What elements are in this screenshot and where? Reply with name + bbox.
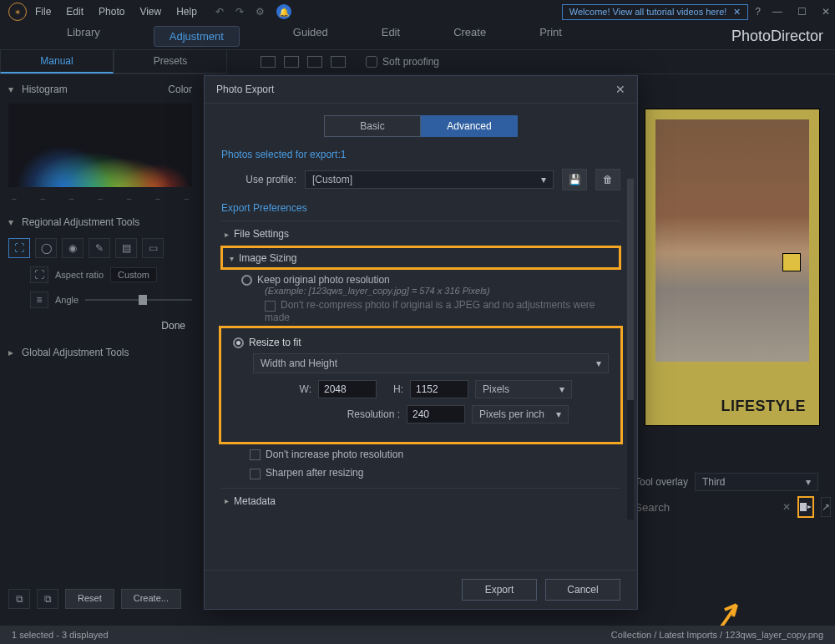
view-single-icon[interactable] [261,56,276,68]
regional-tools-header[interactable]: Regional Adjustment Tools [8,213,192,231]
toolbar-icons: ↶ ↷ ⚙ 🔔 [215,4,291,19]
chevron-down-icon: ▾ [541,174,546,185]
regional-tool-row: ⛶ ◯ ◉ ✎ ▤ ▭ [8,238,192,258]
module-print[interactable]: Print [539,26,562,47]
module-adjustment[interactable]: Adjustment [154,26,240,47]
color-picker-label[interactable]: Color [168,84,192,95]
gear-icon[interactable]: ⚙ [256,6,265,18]
spot-tool-icon[interactable]: ◯ [35,238,57,258]
profile-select[interactable]: [Custom]▾ [305,170,554,189]
tool-overlay-select[interactable]: Third▾ [695,473,818,491]
reset-button[interactable]: Reset [65,589,114,609]
view-grid-icon[interactable] [307,56,322,68]
welcome-text: Welcome! View all tutorial videos here! [569,7,727,17]
copy-settings-icon[interactable]: ⧉ [8,589,30,609]
module-edit[interactable]: Edit [382,26,400,47]
keep-original-radio[interactable]: Keep original photo resolution [241,274,615,286]
menu-file[interactable]: File [35,6,51,18]
use-profile-label: Use profile: [221,174,296,185]
aspect-lock-icon[interactable]: ⛶ [30,266,48,283]
example-text: (Example: [123qws_layer_copy.jpg] = 574 … [265,286,615,296]
metadata-section[interactable]: ▸Metadata [221,488,620,514]
dialog-scrollbar[interactable] [627,179,634,520]
clear-search-icon[interactable]: ✕ [782,501,791,513]
histogram-ticks: ––––––– [8,192,192,205]
tool-overlay-label: Tool overlay [635,476,688,488]
status-bar: 1 selected - 3 displayed Collection / La… [0,626,835,644]
photo-preview[interactable]: LIFESTYLE [645,109,820,426]
maximize-icon[interactable]: ☐ [797,6,807,18]
module-library[interactable]: Library [67,26,100,47]
crop-tool-icon[interactable]: ⛶ [8,238,30,258]
angle-tool-icon[interactable]: ≡ [30,292,48,308]
fit-mode-select[interactable]: Width and Height▾ [253,353,609,373]
angle-label: Angle [55,295,78,305]
segment-advanced[interactable]: Advanced [421,115,518,137]
image-sizing-section[interactable]: ▾Image Sizing [221,246,620,269]
module-guided[interactable]: Guided [293,26,328,47]
gradient-tool-icon[interactable]: ▤ [115,238,137,258]
subtab-presets[interactable]: Presets [114,50,227,74]
paste-settings-icon[interactable]: ⧉ [37,589,58,609]
menu-bar: File Edit Photo View Help [35,6,197,18]
chevron-down-icon: ▾ [806,476,811,488]
histogram-header[interactable]: Histogram Color [8,80,192,99]
chevron-down-icon: ▾ [559,383,564,395]
undo-icon[interactable]: ↶ [215,6,224,18]
help-icon[interactable]: ? [755,6,761,18]
app-logo-icon: ✶ [8,3,27,21]
subtab-manual[interactable]: Manual [0,50,114,74]
welcome-close-icon[interactable]: ✕ [733,7,741,18]
angle-slider[interactable] [85,299,192,301]
dialog-title: Photo Export [216,84,274,95]
save-profile-icon[interactable]: 💾 [562,169,587,190]
external-link-icon[interactable]: ↗ [821,497,831,517]
global-tools-header[interactable]: Global Adjustment Tools [8,343,192,362]
brush-tool-icon[interactable]: ✎ [89,238,110,258]
minimize-icon[interactable]: — [772,6,782,18]
delete-profile-icon[interactable]: 🗑 [595,169,620,190]
view-split-icon[interactable] [331,56,346,68]
dont-recompress-checkbox: Don't re-compress photo if original is a… [265,299,615,322]
redo-icon[interactable]: ↷ [235,6,244,18]
resolution-unit-select[interactable]: Pixels per inch▾ [472,405,569,423]
export-icon[interactable] [797,496,814,518]
menu-view[interactable]: View [139,6,161,18]
notification-bell-icon[interactable]: 🔔 [276,4,291,19]
sharpen-checkbox[interactable]: Sharpen after resizing [250,467,620,479]
right-controls: Tool overlay Third▾ ✕ ↗ [635,468,818,523]
cancel-button[interactable]: Cancel [545,579,620,601]
resolution-input[interactable]: 240 [407,405,465,423]
aspect-ratio-value[interactable]: Custom [110,267,157,282]
height-input[interactable]: 1152 [410,380,468,398]
segment-basic[interactable]: Basic [324,115,421,137]
menu-edit[interactable]: Edit [66,6,84,18]
redeye-tool-icon[interactable]: ◉ [62,238,84,258]
left-panel: Histogram Color ––––––– Regional Adjustm… [0,75,200,614]
brand-label: PhotoDirector [731,28,823,45]
size-unit-select[interactable]: Pixels▾ [475,380,572,398]
dont-increase-checkbox[interactable]: Don't increase photo resolution [250,449,620,460]
menu-help[interactable]: Help [176,6,197,18]
file-settings-section[interactable]: ▸File Settings [221,221,620,246]
radial-tool-icon[interactable]: ▭ [142,238,164,258]
preview-image [655,119,809,362]
width-input[interactable]: 2048 [318,380,377,398]
chevron-down-icon: ▾ [556,408,561,420]
photos-selected-link[interactable]: Photos selected for export:1 [221,149,620,160]
search-input[interactable] [635,501,776,514]
done-button[interactable]: Done [8,320,185,332]
welcome-banner[interactable]: Welcome! View all tutorial videos here! … [562,4,749,20]
create-preset-button[interactable]: Create... [121,589,181,609]
soft-proofing-checkbox[interactable] [366,56,377,68]
view-compare-icon[interactable] [284,56,299,68]
close-window-icon[interactable]: ✕ [822,6,830,18]
title-bar: ✶ File Edit Photo View Help ↶ ↷ ⚙ 🔔 Welc… [0,0,835,23]
resize-to-fit-radio[interactable]: Resize to fit [233,337,609,348]
menu-photo[interactable]: Photo [99,6,124,18]
width-label: W: [233,383,311,395]
dialog-close-icon[interactable]: ✕ [615,83,625,96]
status-path: Collection / Latest Imports / 123qws_lay… [611,630,823,640]
module-create[interactable]: Create [453,26,486,47]
export-button[interactable]: Export [462,579,537,601]
